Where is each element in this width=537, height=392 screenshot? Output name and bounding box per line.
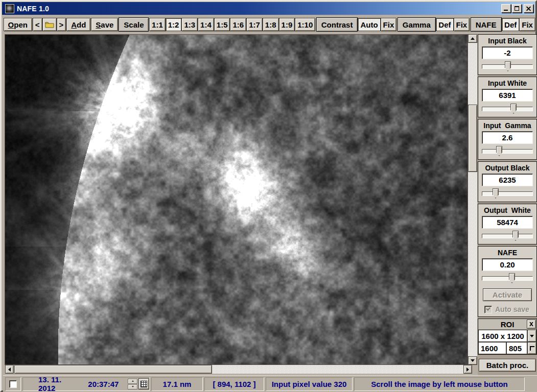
output-black-field[interactable]: 6235 xyxy=(482,174,533,186)
output-white-label: Output White xyxy=(478,206,536,216)
slider-track[interactable] xyxy=(482,149,533,154)
input-gamma-field[interactable]: 2.6 xyxy=(482,131,533,144)
gamma-def-button[interactable]: Def xyxy=(436,18,453,31)
roi-close-button[interactable]: x xyxy=(527,320,536,329)
slider-track[interactable] xyxy=(482,107,533,111)
input-black-label: Input Black xyxy=(478,36,536,46)
image-viewport xyxy=(5,34,468,365)
app-window: NAFE 1.0 Open < > Add Save Scale 1:1 1:2… xyxy=(0,0,537,392)
slider-track[interactable] xyxy=(482,276,533,281)
status-checkbox[interactable] xyxy=(9,380,17,388)
arrow-up-icon xyxy=(471,35,475,40)
wavelength-text: 17.1 nm xyxy=(163,380,192,388)
vertical-scrollbar[interactable] xyxy=(468,34,477,365)
time-spin-down-button[interactable] xyxy=(128,384,137,389)
time-spin-up-button[interactable] xyxy=(128,379,137,384)
nafe-label: NAFE xyxy=(478,248,536,258)
gamma-panel-label: Gamma xyxy=(398,17,436,32)
roi-y-field[interactable]: 805 xyxy=(506,342,527,354)
scale-1-1-button[interactable]: 1:1 xyxy=(149,18,166,31)
horizontal-scroll-thumb[interactable] xyxy=(14,365,212,374)
chevron-down-icon xyxy=(530,335,534,339)
date-text: 13. 11. 2012 xyxy=(38,375,76,392)
open-button[interactable]: Open xyxy=(4,18,32,31)
roi-header: ROI x xyxy=(478,319,536,330)
scroll-left-button[interactable] xyxy=(5,365,14,374)
scroll-right-button[interactable] xyxy=(463,365,472,374)
input-white-slider[interactable] xyxy=(482,104,533,115)
pixel-value-text: Input pixel value 320 xyxy=(272,380,347,388)
slider-thumb[interactable] xyxy=(510,104,517,114)
roi-size-select[interactable]: 1600 x 1200 xyxy=(478,330,527,342)
input-white-field[interactable]: 6391 xyxy=(482,89,533,102)
nafe-def-button[interactable]: Def xyxy=(502,18,519,31)
slider-thumb[interactable] xyxy=(505,61,511,71)
roi-size-dropdown-button[interactable] xyxy=(527,330,536,342)
slider-track[interactable] xyxy=(482,234,533,238)
vertical-scroll-thumb[interactable] xyxy=(468,105,477,172)
save-button[interactable]: Save xyxy=(91,18,118,31)
input-black-field[interactable]: -2 xyxy=(482,46,533,59)
prev-image-button[interactable]: < xyxy=(33,18,42,31)
arrow-left-icon xyxy=(6,368,11,372)
scale-1-4-button[interactable]: 1:4 xyxy=(198,18,214,31)
roi-title: ROI xyxy=(501,320,515,329)
slider-thumb[interactable] xyxy=(509,273,515,283)
hint-panel: Scroll the image by left mouse button xyxy=(354,377,525,391)
add-button[interactable]: Add xyxy=(66,18,90,31)
scale-1-5-button[interactable]: 1:5 xyxy=(214,18,230,31)
output-white-slider[interactable] xyxy=(482,231,533,242)
roi-x-field[interactable]: 1600 xyxy=(478,342,506,354)
folder-icon xyxy=(45,21,54,28)
input-white-group: Input White 6391 xyxy=(478,77,537,117)
output-white-group: Output White 58474 xyxy=(478,204,537,244)
slider-thumb[interactable] xyxy=(493,188,499,199)
scroll-up-button[interactable] xyxy=(468,34,477,43)
input-gamma-slider[interactable] xyxy=(482,146,533,157)
gamma-fix-button[interactable]: Fix xyxy=(454,18,470,31)
maximize-button[interactable] xyxy=(512,4,522,13)
scale-panel-label: Scale xyxy=(119,17,149,32)
status-bar: 13. 11. 2012 20:37:47 17.1 nm [ 894, 110… xyxy=(3,375,537,392)
status-checkbox-panel xyxy=(5,377,21,391)
calendar-grid-button[interactable] xyxy=(138,378,149,389)
contrast-fix-button[interactable]: Fix xyxy=(381,18,397,31)
scale-1-3-button[interactable]: 1:3 xyxy=(181,18,198,31)
maximize-icon xyxy=(515,6,519,11)
scale-1-8-button[interactable]: 1:8 xyxy=(263,18,279,31)
window-title: NAFE 1.0 xyxy=(17,5,49,13)
nafe-field[interactable]: 0.20 xyxy=(482,258,533,271)
scale-1-2-button[interactable]: 1:2 xyxy=(166,18,182,31)
horizontal-scrollbar[interactable] xyxy=(5,365,472,374)
close-button[interactable] xyxy=(524,4,533,13)
folder-button[interactable] xyxy=(42,18,57,31)
input-black-slider[interactable] xyxy=(482,61,533,72)
scale-1-9-button[interactable]: 1:9 xyxy=(279,18,295,31)
check-icon xyxy=(486,306,490,311)
input-gamma-label: Input Gamma xyxy=(478,121,536,131)
sun-image-icon xyxy=(5,4,14,13)
slider-thumb[interactable] xyxy=(496,146,502,156)
slider-thumb[interactable] xyxy=(512,231,519,241)
batch-processing-button[interactable]: Batch proc. xyxy=(479,359,536,372)
scale-1-10-button[interactable]: 1:10 xyxy=(295,18,315,31)
solar-image[interactable] xyxy=(5,35,468,364)
adjustments-sidebar: Input Black -2 Input White 6391 Input Ga… xyxy=(478,34,537,375)
activate-button[interactable]: Activate xyxy=(483,288,532,301)
arrow-down-icon xyxy=(471,359,475,364)
title-bar[interactable]: NAFE 1.0 xyxy=(2,2,535,15)
output-black-slider[interactable] xyxy=(482,188,533,200)
slider-track[interactable] xyxy=(482,191,533,196)
roi-origin-button[interactable] xyxy=(527,342,536,354)
minimize-button[interactable] xyxy=(501,4,511,13)
nafe-slider[interactable] xyxy=(482,273,533,284)
contrast-auto-button[interactable]: Auto xyxy=(358,18,380,31)
auto-save-checkbox[interactable] xyxy=(484,306,492,313)
output-white-field[interactable]: 58474 xyxy=(482,216,533,229)
nafe-fix-button[interactable]: Fix xyxy=(519,18,535,31)
next-image-button[interactable]: > xyxy=(57,18,66,31)
scroll-down-button[interactable] xyxy=(468,356,477,365)
scale-1-7-button[interactable]: 1:7 xyxy=(246,18,263,31)
auto-save-label: Auto save xyxy=(495,305,529,313)
scale-1-6-button[interactable]: 1:6 xyxy=(230,18,246,31)
